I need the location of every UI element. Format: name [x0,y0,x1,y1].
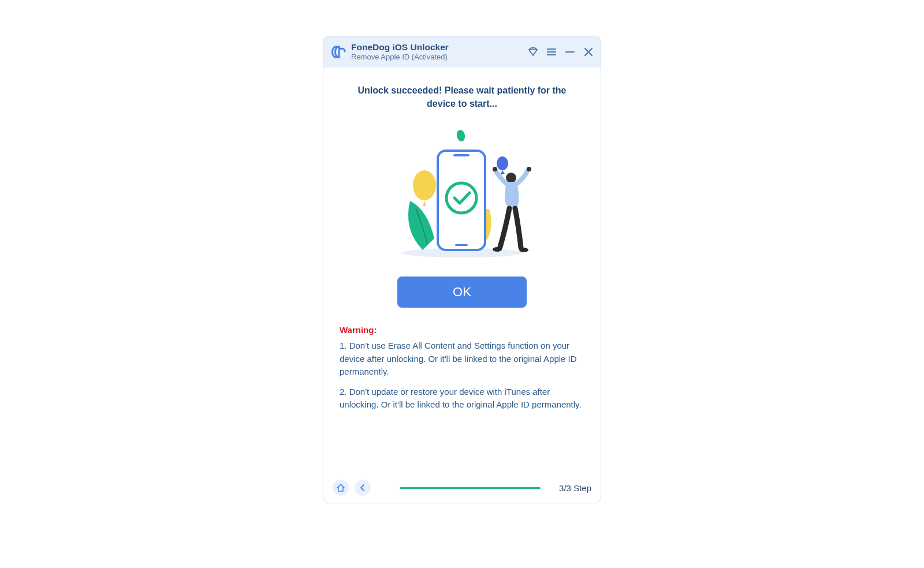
app-subtitle: Remove Apple ID (Activated) [351,53,522,62]
svg-rect-12 [485,168,486,178]
close-icon[interactable] [582,46,595,58]
main-content: Unlock succeeded! Please wait patiently … [323,68,601,476]
progress-bar [400,487,541,489]
svg-point-20 [493,247,502,252]
title-texts: FoneDog iOS Unlocker Remove Apple ID (Ac… [351,42,522,62]
window-controls [527,46,595,58]
app-title: FoneDog iOS Unlocker [351,42,522,53]
svg-rect-11 [455,244,468,246]
warning-title: Warning: [340,325,584,335]
diamond-icon[interactable] [527,46,539,58]
app-logo-icon [331,44,346,59]
warning-item-2: 2. Don't update or restore your device w… [340,386,584,412]
title-bar: FoneDog iOS Unlocker Remove Apple ID (Ac… [323,36,601,68]
svg-point-16 [497,156,508,170]
svg-rect-10 [453,154,470,156]
home-button[interactable] [333,480,349,496]
progress-fill [400,487,541,489]
back-button[interactable] [355,480,371,496]
menu-icon[interactable] [545,46,558,58]
svg-point-8 [413,170,436,200]
ok-button[interactable]: OK [397,276,527,308]
headline: Unlock succeeded! Please wait patiently … [346,84,578,110]
success-illustration [381,123,543,261]
app-window: FoneDog iOS Unlocker Remove Apple ID (Ac… [323,36,601,503]
step-label: 3/3 Step [559,483,591,493]
svg-point-18 [493,167,497,171]
warning-item-1: 1. Don't use Erase All Content and Setti… [340,339,584,379]
svg-point-17 [506,173,516,183]
svg-point-0 [338,47,340,49]
svg-point-15 [456,129,466,142]
bottom-bar: 3/3 Step [323,476,601,503]
warning-block: Warning: 1. Don't use Erase All Content … [340,325,584,418]
svg-point-21 [519,248,528,252]
svg-rect-13 [485,182,486,189]
minimize-icon[interactable] [564,46,576,58]
svg-point-19 [527,167,531,171]
